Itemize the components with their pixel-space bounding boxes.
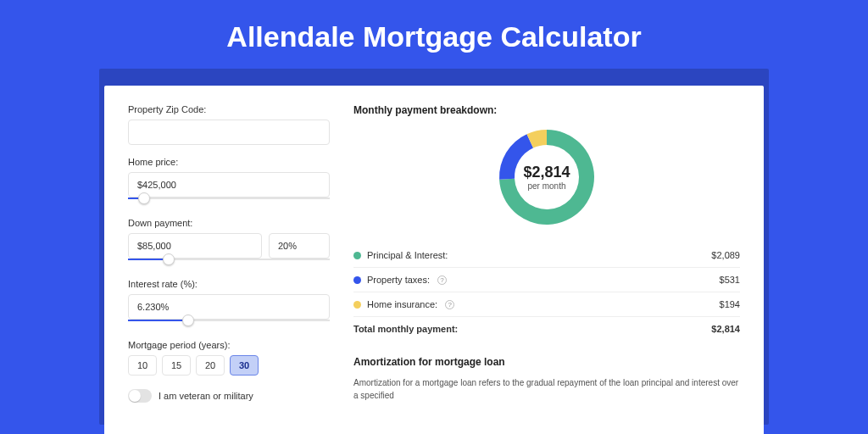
period-option-20[interactable]: 20 bbox=[196, 355, 225, 376]
legend-value: $2,089 bbox=[711, 250, 740, 260]
amort-title: Amortization for mortgage loan bbox=[353, 356, 740, 368]
legend-row: Home insurance:?$194 bbox=[353, 292, 740, 317]
down-payment-group: Down payment: bbox=[128, 218, 330, 267]
interest-input[interactable] bbox=[128, 294, 330, 320]
down-payment-pct-input[interactable] bbox=[269, 233, 330, 259]
legend-value: $194 bbox=[720, 299, 740, 309]
legend-dot bbox=[353, 301, 361, 309]
total-label: Total monthly payment: bbox=[353, 324, 458, 334]
slider-thumb[interactable] bbox=[138, 192, 150, 204]
slider-thumb[interactable] bbox=[182, 314, 194, 326]
home-price-slider[interactable] bbox=[128, 198, 330, 206]
zip-group: Property Zip Code: bbox=[128, 104, 330, 145]
down-payment-label: Down payment: bbox=[128, 218, 330, 228]
help-icon[interactable]: ? bbox=[437, 275, 447, 285]
zip-input[interactable] bbox=[128, 120, 330, 145]
home-price-label: Home price: bbox=[128, 157, 330, 167]
amort-text: Amortization for a mortgage loan refers … bbox=[353, 376, 740, 402]
toggle-knob bbox=[129, 390, 141, 402]
period-option-10[interactable]: 10 bbox=[128, 355, 157, 376]
legend-value: $531 bbox=[720, 275, 740, 285]
total-row: Total monthly payment: $2,814 bbox=[353, 317, 740, 341]
page-title: Allendale Mortgage Calculator bbox=[0, 0, 868, 69]
down-payment-slider[interactable] bbox=[128, 259, 330, 267]
donut-amount: $2,814 bbox=[523, 164, 570, 181]
down-payment-input[interactable] bbox=[128, 233, 262, 259]
calculator-card: Property Zip Code: Home price: Down paym… bbox=[104, 86, 764, 434]
legend-label: Principal & Interest: bbox=[367, 250, 448, 260]
donut-chart: $2,814 per month bbox=[353, 126, 740, 228]
legend-label: Home insurance: bbox=[367, 299, 437, 309]
veteran-label: I am veteran or military bbox=[159, 391, 253, 401]
legend-label: Property taxes: bbox=[367, 275, 430, 285]
donut-per: per month bbox=[523, 181, 570, 191]
legend-dot bbox=[353, 276, 361, 284]
legend-dot bbox=[353, 252, 361, 259]
interest-slider[interactable] bbox=[128, 320, 330, 328]
input-column: Property Zip Code: Home price: Down paym… bbox=[128, 104, 330, 434]
breakdown-column: Monthly payment breakdown: $2,814 per mo… bbox=[353, 104, 740, 434]
veteran-row: I am veteran or military bbox=[128, 389, 330, 403]
period-option-30[interactable]: 30 bbox=[230, 355, 259, 376]
total-value: $2,814 bbox=[711, 324, 740, 334]
help-icon[interactable]: ? bbox=[445, 300, 454, 309]
breakdown-title: Monthly payment breakdown: bbox=[353, 104, 740, 116]
interest-label: Interest rate (%): bbox=[128, 279, 330, 289]
legend-row: Principal & Interest:$2,089 bbox=[353, 243, 740, 268]
zip-label: Property Zip Code: bbox=[128, 104, 330, 114]
period-label: Mortgage period (years): bbox=[128, 340, 330, 350]
home-price-input[interactable] bbox=[128, 172, 330, 198]
period-group: Mortgage period (years): 10152030 bbox=[128, 340, 330, 376]
legend: Principal & Interest:$2,089Property taxe… bbox=[353, 243, 740, 317]
home-price-group: Home price: bbox=[128, 157, 330, 206]
interest-group: Interest rate (%): bbox=[128, 279, 330, 328]
card-shadow: Property Zip Code: Home price: Down paym… bbox=[99, 69, 769, 425]
period-option-15[interactable]: 15 bbox=[162, 355, 191, 376]
veteran-toggle[interactable] bbox=[128, 389, 152, 403]
donut-center-label: $2,814 per month bbox=[523, 164, 570, 191]
legend-row: Property taxes:?$531 bbox=[353, 268, 740, 292]
slider-thumb[interactable] bbox=[163, 253, 175, 265]
period-row: 10152030 bbox=[128, 355, 330, 376]
